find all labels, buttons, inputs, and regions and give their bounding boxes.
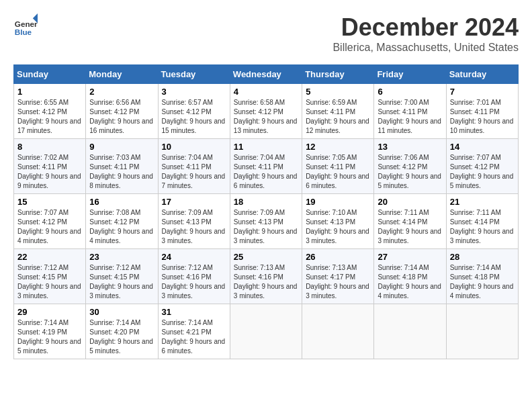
logo-icon: General Blue: [13, 13, 38, 38]
calendar-table: SundayMondayTuesdayWednesdayThursdayFrid…: [13, 64, 519, 359]
calendar-day-cell: 27Sunrise: 7:14 AMSunset: 4:18 PMDayligh…: [374, 249, 446, 304]
day-number: 24: [162, 252, 226, 262]
calendar-day-cell: 8Sunrise: 7:02 AMSunset: 4:11 PMDaylight…: [14, 139, 86, 194]
day-info: Sunrise: 6:55 AMSunset: 4:12 PMDaylight:…: [17, 98, 82, 136]
day-number: 30: [89, 307, 154, 317]
day-info: Sunrise: 6:56 AMSunset: 4:12 PMDaylight:…: [89, 98, 154, 136]
weekday-header-cell: Thursday: [302, 65, 374, 84]
day-info: Sunrise: 7:12 AMSunset: 4:15 PMDaylight:…: [17, 263, 82, 301]
calendar-day-cell: 2Sunrise: 6:56 AMSunset: 4:12 PMDaylight…: [86, 84, 158, 139]
calendar-day-cell: 28Sunrise: 7:14 AMSunset: 4:18 PMDayligh…: [446, 249, 518, 304]
calendar-day-cell: 1Sunrise: 6:55 AMSunset: 4:12 PMDaylight…: [14, 84, 86, 139]
day-number: 11: [234, 142, 298, 152]
day-number: 12: [306, 142, 370, 152]
day-number: 5: [306, 87, 370, 97]
day-number: 7: [450, 87, 515, 97]
day-number: 21: [450, 197, 515, 207]
calendar-day-cell: 11Sunrise: 7:04 AMSunset: 4:11 PMDayligh…: [230, 139, 302, 194]
location-title: Billerica, Massachusetts, United States: [332, 42, 519, 54]
calendar-body: 1Sunrise: 6:55 AMSunset: 4:12 PMDaylight…: [14, 84, 519, 359]
day-info: Sunrise: 7:14 AMSunset: 4:19 PMDaylight:…: [17, 318, 82, 356]
month-title: December 2024: [332, 13, 519, 42]
title-area: December 2024 Billerica, Massachusetts, …: [332, 13, 519, 54]
calendar-week-row: 29Sunrise: 7:14 AMSunset: 4:19 PMDayligh…: [14, 304, 519, 359]
calendar-day-cell: 18Sunrise: 7:09 AMSunset: 4:13 PMDayligh…: [230, 194, 302, 249]
weekday-header-cell: Sunday: [14, 65, 86, 84]
weekday-header-cell: Tuesday: [158, 65, 230, 84]
calendar-day-cell: 15Sunrise: 7:07 AMSunset: 4:12 PMDayligh…: [14, 194, 86, 249]
day-number: 2: [89, 87, 154, 97]
day-info: Sunrise: 6:59 AMSunset: 4:11 PMDaylight:…: [306, 98, 370, 136]
calendar-day-cell: 23Sunrise: 7:12 AMSunset: 4:15 PMDayligh…: [86, 249, 158, 304]
calendar-day-cell: [446, 304, 518, 359]
calendar-day-cell: 26Sunrise: 7:13 AMSunset: 4:17 PMDayligh…: [302, 249, 374, 304]
day-number: 9: [89, 142, 154, 152]
day-info: Sunrise: 7:13 AMSunset: 4:16 PMDaylight:…: [234, 263, 298, 301]
day-info: Sunrise: 7:12 AMSunset: 4:15 PMDaylight:…: [89, 263, 154, 301]
day-info: Sunrise: 6:58 AMSunset: 4:12 PMDaylight:…: [234, 98, 298, 136]
day-number: 14: [450, 142, 515, 152]
day-info: Sunrise: 7:14 AMSunset: 4:20 PMDaylight:…: [89, 318, 154, 356]
day-number: 29: [17, 307, 82, 317]
calendar-week-row: 1Sunrise: 6:55 AMSunset: 4:12 PMDaylight…: [14, 84, 519, 139]
day-number: 27: [378, 252, 442, 262]
calendar-day-cell: 16Sunrise: 7:08 AMSunset: 4:12 PMDayligh…: [86, 194, 158, 249]
day-info: Sunrise: 7:10 AMSunset: 4:13 PMDaylight:…: [306, 208, 370, 246]
svg-text:General: General: [15, 19, 38, 28]
weekday-header-cell: Saturday: [446, 65, 518, 84]
calendar-day-cell: 30Sunrise: 7:14 AMSunset: 4:20 PMDayligh…: [86, 304, 158, 359]
day-info: Sunrise: 7:00 AMSunset: 4:11 PMDaylight:…: [378, 98, 442, 136]
calendar-day-cell: [230, 304, 302, 359]
calendar-day-cell: 20Sunrise: 7:11 AMSunset: 4:14 PMDayligh…: [374, 194, 446, 249]
calendar-day-cell: 12Sunrise: 7:05 AMSunset: 4:11 PMDayligh…: [302, 139, 374, 194]
day-info: Sunrise: 7:13 AMSunset: 4:17 PMDaylight:…: [306, 263, 370, 301]
calendar-day-cell: 25Sunrise: 7:13 AMSunset: 4:16 PMDayligh…: [230, 249, 302, 304]
day-info: Sunrise: 7:04 AMSunset: 4:11 PMDaylight:…: [162, 153, 226, 191]
calendar-day-cell: 22Sunrise: 7:12 AMSunset: 4:15 PMDayligh…: [14, 249, 86, 304]
day-number: 10: [162, 142, 226, 152]
day-info: Sunrise: 7:11 AMSunset: 4:14 PMDaylight:…: [450, 208, 515, 246]
calendar-week-row: 8Sunrise: 7:02 AMSunset: 4:11 PMDaylight…: [14, 139, 519, 194]
day-info: Sunrise: 7:09 AMSunset: 4:13 PMDaylight:…: [234, 208, 298, 246]
day-number: 13: [378, 142, 442, 152]
day-number: 19: [306, 197, 370, 207]
day-info: Sunrise: 7:02 AMSunset: 4:11 PMDaylight:…: [17, 153, 82, 191]
day-number: 25: [234, 252, 298, 262]
day-number: 15: [17, 197, 82, 207]
calendar-day-cell: 7Sunrise: 7:01 AMSunset: 4:11 PMDaylight…: [446, 84, 518, 139]
calendar-day-cell: [302, 304, 374, 359]
day-number: 18: [234, 197, 298, 207]
calendar-day-cell: 24Sunrise: 7:12 AMSunset: 4:16 PMDayligh…: [158, 249, 230, 304]
day-number: 1: [17, 87, 82, 97]
day-info: Sunrise: 7:08 AMSunset: 4:12 PMDaylight:…: [89, 208, 154, 246]
calendar-day-cell: [374, 304, 446, 359]
calendar-day-cell: 6Sunrise: 7:00 AMSunset: 4:11 PMDaylight…: [374, 84, 446, 139]
calendar-week-row: 22Sunrise: 7:12 AMSunset: 4:15 PMDayligh…: [14, 249, 519, 304]
day-number: 17: [162, 197, 226, 207]
day-info: Sunrise: 7:06 AMSunset: 4:12 PMDaylight:…: [378, 153, 442, 191]
weekday-header-row: SundayMondayTuesdayWednesdayThursdayFrid…: [14, 65, 519, 84]
calendar-week-row: 15Sunrise: 7:07 AMSunset: 4:12 PMDayligh…: [14, 194, 519, 249]
weekday-header-cell: Monday: [86, 65, 158, 84]
day-info: Sunrise: 7:01 AMSunset: 4:11 PMDaylight:…: [450, 98, 515, 136]
day-info: Sunrise: 6:57 AMSunset: 4:12 PMDaylight:…: [162, 98, 226, 136]
calendar-day-cell: 14Sunrise: 7:07 AMSunset: 4:12 PMDayligh…: [446, 139, 518, 194]
day-info: Sunrise: 7:05 AMSunset: 4:11 PMDaylight:…: [306, 153, 370, 191]
calendar-day-cell: 17Sunrise: 7:09 AMSunset: 4:13 PMDayligh…: [158, 194, 230, 249]
calendar-day-cell: 29Sunrise: 7:14 AMSunset: 4:19 PMDayligh…: [14, 304, 86, 359]
day-info: Sunrise: 7:14 AMSunset: 4:18 PMDaylight:…: [378, 263, 442, 301]
day-info: Sunrise: 7:07 AMSunset: 4:12 PMDaylight:…: [17, 208, 82, 246]
day-number: 4: [234, 87, 298, 97]
day-info: Sunrise: 7:07 AMSunset: 4:12 PMDaylight:…: [450, 153, 515, 191]
logo: General Blue: [13, 13, 38, 38]
day-info: Sunrise: 7:03 AMSunset: 4:11 PMDaylight:…: [89, 153, 154, 191]
header: General Blue December 2024 Billerica, Ma…: [13, 13, 519, 54]
day-number: 31: [162, 307, 226, 317]
day-number: 16: [89, 197, 154, 207]
day-number: 28: [450, 252, 515, 262]
day-info: Sunrise: 7:14 AMSunset: 4:18 PMDaylight:…: [450, 263, 515, 301]
calendar-day-cell: 4Sunrise: 6:58 AMSunset: 4:12 PMDaylight…: [230, 84, 302, 139]
svg-text:Blue: Blue: [15, 28, 32, 36]
weekday-header-cell: Wednesday: [230, 65, 302, 84]
calendar-day-cell: 10Sunrise: 7:04 AMSunset: 4:11 PMDayligh…: [158, 139, 230, 194]
